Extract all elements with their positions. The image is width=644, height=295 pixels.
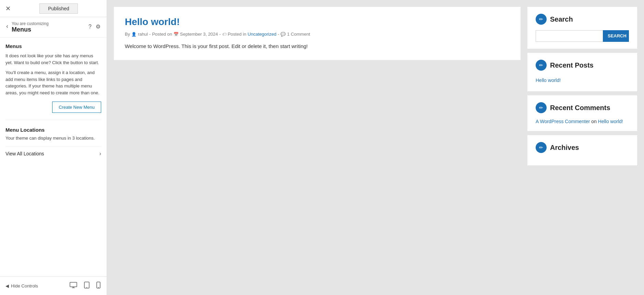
menus-description-1: It does not look like your site has any … (5, 52, 101, 66)
view-all-label: View All Locations (5, 151, 44, 156)
post-meta: By 👤 rahul - Posted on 📅 September 3, 20… (125, 32, 510, 37)
recent-posts-title: Recent Posts (550, 61, 594, 69)
settings-icon: ⚙ (96, 24, 100, 30)
commenter-link[interactable]: A WordPress Commenter (536, 119, 590, 124)
customizer-header: ‹ You are customizing Menus ? ⚙ (0, 17, 107, 38)
hide-controls-button[interactable]: ◀ Hide Controls (5, 283, 38, 288)
divider (5, 120, 101, 120)
panel-body: Menus It does not look like your site ha… (0, 38, 107, 276)
menus-description-2: You'll create a menu, assign it a locati… (5, 69, 101, 96)
back-button[interactable]: ‹ (5, 22, 9, 31)
recent-posts-icon: ✏ (536, 60, 547, 71)
sidebar: ✏ Search SEARCH ✏ Recent Posts Hello wor… (527, 7, 637, 288)
search-widget-icon: ✏ (536, 14, 547, 25)
view-all-locations-link[interactable]: View All Locations › (5, 146, 101, 161)
comment-post-link[interactable]: Hello world! (598, 119, 623, 124)
close-button[interactable]: ✕ (4, 3, 12, 14)
mobile-view-button[interactable] (96, 281, 101, 291)
settings-button[interactable]: ⚙ (95, 23, 101, 31)
archives-header: ✏ Archives (536, 142, 629, 153)
menus-section-title: Menus (5, 43, 101, 49)
hide-controls-label: Hide Controls (11, 283, 38, 288)
archives-title: Archives (550, 144, 579, 152)
recent-comments-icon: ✏ (536, 102, 547, 113)
search-widget: ✏ Search SEARCH (527, 7, 637, 49)
posted-on-label: Posted on (152, 32, 172, 37)
desktop-view-button[interactable] (69, 281, 78, 291)
section-title: Menus (12, 26, 85, 33)
recent-comment-entry: A WordPress Commenter on Hello world! (536, 119, 629, 124)
customizer-panel: ✕ Published ‹ You are customizing Menus … (0, 0, 107, 295)
recent-post-link[interactable]: Hello world! (536, 76, 629, 84)
comment-icon: 💬 (281, 32, 286, 37)
customizer-topbar: ✕ Published (0, 0, 107, 17)
recent-posts-widget: ✏ Recent Posts Hello world! (527, 53, 637, 91)
tablet-icon (84, 282, 90, 288)
help-button[interactable]: ? (88, 23, 92, 31)
search-widget-title: Search (550, 15, 573, 23)
locations-description: Your theme can display menus in 3 locati… (5, 135, 101, 141)
recent-comments-title: Recent Comments (550, 104, 610, 112)
customizing-label: You are customizing (12, 21, 85, 26)
mobile-icon (96, 282, 100, 288)
help-icon: ? (88, 24, 92, 30)
post-card: Hello world! By 👤 rahul - Posted on 📅 Se… (114, 7, 521, 60)
archives-icon: ✏ (536, 142, 547, 153)
svg-point-6 (98, 287, 99, 288)
post-author: rahul (138, 32, 148, 37)
menu-locations-title: Menu Locations (5, 127, 101, 133)
dash2: - (219, 32, 221, 37)
svg-point-4 (86, 287, 87, 288)
posted-in-label: Posted in (228, 32, 246, 37)
recent-comments-header: ✏ Recent Comments (536, 102, 629, 113)
category-icon: 🏷 (222, 32, 226, 37)
blog-area: Hello world! By 👤 rahul - Posted on 📅 Se… (114, 7, 521, 288)
tablet-view-button[interactable] (83, 281, 90, 291)
post-date: September 3, 2024 (180, 32, 218, 37)
header-icons: ? ⚙ (88, 23, 101, 31)
published-button[interactable]: Published (39, 3, 78, 14)
dash1: - (149, 32, 151, 37)
close-icon: ✕ (5, 5, 11, 12)
recent-comments-widget: ✏ Recent Comments A WordPress Commenter … (527, 95, 637, 131)
desktop-icon (70, 282, 77, 288)
search-button[interactable]: SEARCH (603, 30, 629, 42)
calendar-icon: 📅 (174, 32, 179, 37)
dash3: - (278, 32, 279, 37)
hide-icon: ◀ (5, 283, 9, 288)
search-input[interactable] (536, 30, 603, 42)
user-icon: 👤 (131, 32, 136, 37)
by-label: By (125, 32, 130, 37)
archives-widget: ✏ Archives (527, 135, 637, 165)
post-category-link[interactable]: Uncategorized (248, 32, 276, 37)
chevron-right-icon: › (99, 151, 101, 157)
post-content: Welcome to WordPress. This is your first… (125, 42, 510, 50)
main-content: Hello world! By 👤 rahul - Posted on 📅 Se… (107, 0, 644, 295)
back-icon: ‹ (6, 23, 8, 30)
recent-posts-header: ✏ Recent Posts (536, 60, 629, 71)
customizer-bottom: ◀ Hide Controls (0, 276, 107, 295)
post-comments: 1 Comment (287, 32, 310, 37)
create-new-menu-button[interactable]: Create New Menu (52, 102, 101, 113)
search-widget-header: ✏ Search (536, 14, 629, 25)
device-icons (69, 281, 101, 291)
header-text: You are customizing Menus (12, 21, 85, 33)
post-title-link[interactable]: Hello world! (125, 16, 510, 27)
svg-rect-0 (70, 282, 77, 287)
search-form: SEARCH (536, 30, 629, 42)
